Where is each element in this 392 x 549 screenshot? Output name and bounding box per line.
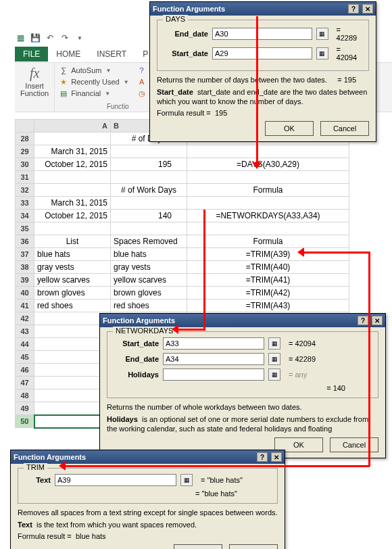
cell[interactable]: List — [34, 235, 111, 248]
cell[interactable] — [34, 171, 111, 184]
row-header[interactable]: 45 — [16, 351, 34, 364]
text-input[interactable] — [55, 474, 176, 486]
collapse-dialog-icon[interactable]: ▦ — [316, 28, 328, 40]
cell[interactable]: gray vests — [111, 261, 187, 274]
row-header[interactable]: 40 — [16, 287, 34, 300]
cell[interactable]: =TRIM(A43) — [187, 300, 349, 312]
row-header[interactable]: 39 — [16, 274, 34, 287]
cell[interactable] — [187, 145, 349, 158]
cancel-button[interactable]: Cancel — [320, 121, 369, 136]
cell[interactable]: red shoes — [34, 300, 111, 312]
recently-used-button[interactable]: ★Recently Used▼ — [59, 77, 128, 87]
dialog-titlebar[interactable]: Function Arguments ? ✕ — [100, 314, 385, 327]
autosum-button[interactable]: ∑AutoSum▼ — [59, 66, 128, 75]
cell[interactable] — [111, 145, 187, 158]
close-button[interactable]: ✕ — [372, 316, 383, 325]
collapse-dialog-icon[interactable]: ▦ — [316, 47, 328, 59]
cell[interactable] — [34, 133, 111, 145]
end-date-input[interactable] — [212, 28, 312, 40]
cancel-button[interactable]: Cancel — [229, 544, 278, 549]
tab-file[interactable]: FILE — [15, 47, 48, 62]
insert-function-group[interactable]: fx InsertFunction — [15, 63, 55, 112]
row-header[interactable]: 44 — [16, 338, 34, 351]
cell[interactable]: =TRIM(A40) — [187, 261, 349, 274]
cell[interactable]: =TRIM(A42) — [187, 287, 349, 300]
cell[interactable]: Formula — [187, 184, 349, 197]
tab-insert[interactable]: INSERT — [89, 47, 134, 62]
cell[interactable] — [34, 184, 111, 197]
collapse-dialog-icon[interactable]: ▦ — [268, 337, 280, 350]
cell[interactable]: March 31, 2015 — [34, 145, 111, 158]
cell[interactable]: October 12, 2015 — [34, 158, 111, 171]
cell[interactable] — [187, 171, 349, 184]
row-header[interactable]: 42 — [16, 312, 34, 325]
help-button[interactable]: ? — [358, 316, 368, 325]
close-button[interactable]: ✕ — [362, 4, 373, 14]
row-header[interactable]: 47 — [16, 377, 34, 389]
cell[interactable]: gray vests — [34, 261, 111, 274]
end-date-input[interactable] — [163, 353, 264, 365]
cell[interactable]: brown gloves — [111, 287, 187, 300]
select-all-corner[interactable] — [16, 120, 34, 133]
start-date-input[interactable] — [163, 337, 264, 350]
cell[interactable] — [111, 171, 187, 184]
financial-button[interactable]: ▤Financial▼ — [59, 89, 128, 98]
row-header[interactable]: 48 — [16, 389, 34, 402]
column-header-a[interactable]: A — [34, 120, 111, 133]
cell[interactable]: yellow scarves — [111, 274, 187, 287]
row-header[interactable]: 46 — [16, 364, 34, 377]
help-button[interactable]: ? — [257, 452, 268, 462]
row-header[interactable]: 34 — [16, 210, 34, 222]
cell[interactable]: red shoes — [111, 300, 187, 312]
cell[interactable] — [34, 222, 111, 235]
row-header[interactable]: 29 — [16, 145, 34, 158]
collapse-dialog-icon[interactable]: ▦ — [180, 474, 193, 486]
row-header[interactable]: 37 — [16, 248, 34, 261]
cell[interactable] — [111, 222, 187, 235]
cell[interactable]: blue hats — [111, 248, 187, 261]
redo-icon[interactable]: ↷ — [59, 32, 70, 43]
row-header[interactable]: 31 — [16, 171, 34, 184]
cell[interactable]: Formula — [187, 235, 349, 248]
cell[interactable]: yellow scarves — [34, 274, 111, 287]
row-header[interactable]: 50 — [16, 415, 34, 428]
cell[interactable]: Spaces Removed — [111, 235, 187, 248]
cell[interactable] — [187, 222, 349, 235]
undo-icon[interactable]: ↶ — [45, 32, 55, 43]
cell[interactable]: # of Work Days — [111, 184, 187, 197]
cell[interactable]: =TRIM(A41) — [187, 274, 349, 287]
dialog-titlebar[interactable]: Function Arguments ? ✕ — [11, 450, 285, 464]
cell[interactable]: =DAYS(A30,A29) — [187, 158, 349, 171]
start-date-input[interactable] — [212, 47, 312, 59]
collapse-dialog-icon[interactable]: ▦ — [268, 368, 280, 381]
dialog-titlebar[interactable]: Function Arguments ? ✕ — [150, 2, 376, 16]
cell[interactable]: brown gloves — [34, 287, 111, 300]
cell[interactable] — [111, 197, 187, 210]
row-header[interactable]: 49 — [16, 402, 34, 415]
row-header[interactable]: 30 — [16, 158, 34, 171]
cell[interactable]: March 31, 2015 — [34, 197, 111, 210]
ok-button[interactable]: OK — [265, 121, 314, 136]
row-header[interactable]: 41 — [16, 300, 34, 312]
save-icon[interactable]: 💾 — [30, 32, 41, 43]
row-header[interactable]: 43 — [16, 325, 34, 338]
cell[interactable]: 195 — [111, 158, 187, 171]
cancel-button[interactable]: Cancel — [330, 437, 378, 452]
cell[interactable]: October 12, 2015 — [34, 210, 111, 222]
close-button[interactable]: ✕ — [271, 452, 282, 462]
row-header[interactable]: 35 — [16, 222, 34, 235]
ok-button[interactable]: OK — [174, 544, 222, 549]
row-header[interactable]: 28 — [16, 133, 34, 145]
holidays-input[interactable] — [163, 368, 264, 381]
cell[interactable]: 140 — [111, 210, 187, 222]
row-header[interactable]: 36 — [16, 235, 34, 248]
help-button[interactable]: ? — [348, 4, 359, 14]
cell[interactable]: =NETWORKDAYS(A33,A34) — [187, 210, 349, 222]
cell[interactable]: blue hats — [34, 248, 111, 261]
qat-dropdown-icon[interactable]: ▼ — [74, 32, 85, 43]
row-header[interactable]: 32 — [16, 184, 34, 197]
row-header[interactable]: 38 — [16, 261, 34, 274]
cell[interactable] — [187, 197, 349, 210]
cell[interactable]: =TRIM(A39) — [187, 248, 349, 261]
tab-home[interactable]: HOME — [48, 47, 89, 62]
